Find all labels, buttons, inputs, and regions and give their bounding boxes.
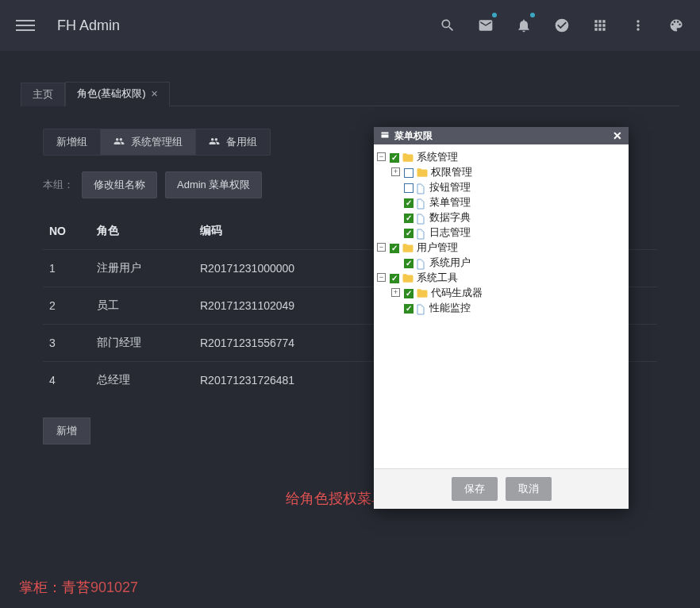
more-vert-icon[interactable]	[630, 17, 646, 33]
window-icon	[380, 127, 390, 144]
tree-node[interactable]: 按钮管理	[377, 179, 625, 194]
cell-no: 1	[43, 250, 90, 287]
tree-node[interactable]: 菜单管理	[377, 194, 625, 210]
cell-role: 员工	[90, 287, 194, 325]
tab-roles[interactable]: 角色(基础权限)✕	[65, 82, 170, 106]
checkbox[interactable]	[404, 289, 413, 298]
bell-icon[interactable]	[516, 17, 532, 33]
rename-group-button[interactable]: 修改组名称	[82, 171, 157, 198]
file-icon	[416, 214, 427, 225]
tree-node[interactable]: 数据字典	[377, 210, 625, 225]
close-icon[interactable]: ✕	[613, 127, 622, 144]
col-no: NO	[43, 216, 90, 250]
tree-node[interactable]: 性能监控	[377, 300, 625, 315]
expand-icon[interactable]: +	[391, 167, 400, 176]
checkbox[interactable]	[404, 304, 413, 314]
permission-tree[interactable]: −系统管理+权限管理按钮管理菜单管理数据字典日志管理−用户管理系统用户−系统工具…	[374, 144, 629, 468]
cell-no: 4	[43, 362, 90, 399]
folder-icon	[402, 273, 414, 283]
checkbox[interactable]	[404, 168, 413, 178]
tree-node[interactable]: −用户管理	[377, 240, 625, 255]
tree-node[interactable]: +代码生成器	[377, 285, 625, 300]
content-tabs: 主页 角色(基础权限)✕	[21, 83, 679, 106]
users-icon	[209, 136, 220, 149]
cell-no: 3	[43, 325, 90, 362]
app-header: FH Admin	[0, 0, 700, 51]
file-icon	[416, 183, 427, 194]
checkbox[interactable]	[404, 183, 413, 193]
tree-label: 性能监控	[429, 300, 471, 315]
checkbox[interactable]	[404, 198, 413, 208]
file-icon	[416, 198, 427, 210]
menu-icon[interactable]	[16, 16, 35, 35]
group-tab-sysadmin[interactable]: 系统管理组	[101, 129, 196, 155]
users-icon	[113, 136, 125, 149]
palette-icon[interactable]	[668, 17, 684, 33]
cell-role: 部门经理	[90, 325, 194, 362]
check-circle-icon[interactable]	[554, 17, 570, 33]
cell-role: 总经理	[90, 362, 194, 399]
tree-node[interactable]: 系统用户	[377, 255, 625, 270]
tree-node[interactable]: −系统工具	[377, 270, 625, 285]
tree-label: 系统用户	[429, 255, 471, 270]
tree-label: 系统工具	[417, 270, 458, 285]
checkbox[interactable]	[390, 244, 399, 253]
header-actions	[440, 17, 684, 33]
menu-permission-modal: 菜单权限 ✕ −系统管理+权限管理按钮管理菜单管理数据字典日志管理−用户管理系统…	[374, 127, 629, 509]
checkbox[interactable]	[390, 153, 399, 163]
group-prefix: 本组：	[43, 178, 74, 192]
tree-node[interactable]: −系统管理	[377, 149, 625, 164]
cancel-button[interactable]: 取消	[506, 477, 552, 501]
tree-node[interactable]: 日志管理	[377, 225, 625, 240]
tree-node[interactable]: +权限管理	[377, 164, 625, 179]
tree-label: 菜单管理	[429, 194, 471, 210]
collapse-icon[interactable]: −	[377, 152, 386, 161]
folder-icon	[416, 288, 429, 298]
menu-perm-button[interactable]: Admin 菜单权限	[165, 171, 262, 198]
close-icon[interactable]: ✕	[151, 89, 158, 98]
group-tabs: 新增组 系统管理组 备用组	[43, 129, 271, 156]
file-icon	[416, 304, 427, 315]
footer-credit: 掌柜：青苔901027	[19, 578, 138, 597]
collapse-icon[interactable]: −	[377, 273, 386, 282]
modal-titlebar[interactable]: 菜单权限 ✕	[374, 127, 629, 144]
tab-home[interactable]: 主页	[21, 83, 65, 106]
checkbox[interactable]	[390, 274, 399, 283]
tree-label: 系统管理	[417, 149, 458, 164]
checkbox[interactable]	[404, 259, 413, 268]
tree-label: 数据字典	[429, 210, 471, 225]
checkbox[interactable]	[404, 229, 413, 238]
group-tab-backup[interactable]: 备用组	[196, 129, 270, 155]
file-icon	[416, 229, 427, 240]
expand-icon[interactable]: +	[391, 288, 400, 297]
tree-label: 用户管理	[417, 240, 458, 255]
tree-label: 权限管理	[431, 164, 472, 179]
apps-icon[interactable]	[592, 17, 608, 33]
folder-icon	[402, 152, 414, 163]
tree-label: 日志管理	[429, 225, 471, 240]
collapse-icon[interactable]: −	[377, 243, 386, 252]
cell-role: 注册用户	[90, 250, 194, 287]
file-icon	[416, 259, 427, 270]
add-role-button[interactable]: 新增	[43, 418, 90, 444]
modal-title: 菜单权限	[394, 127, 433, 144]
folder-icon	[416, 167, 429, 178]
checkbox[interactable]	[404, 214, 413, 223]
folder-icon	[402, 243, 414, 253]
tree-label: 按钮管理	[429, 179, 471, 194]
mail-icon[interactable]	[478, 17, 494, 33]
group-tab-add[interactable]: 新增组	[44, 129, 101, 155]
modal-footer: 保存 取消	[374, 468, 629, 509]
save-button[interactable]: 保存	[452, 477, 498, 501]
cell-no: 2	[43, 287, 90, 325]
app-title: FH Admin	[57, 17, 120, 34]
search-icon[interactable]	[440, 17, 456, 33]
col-role: 角色	[90, 216, 194, 250]
tree-label: 代码生成器	[431, 285, 483, 300]
